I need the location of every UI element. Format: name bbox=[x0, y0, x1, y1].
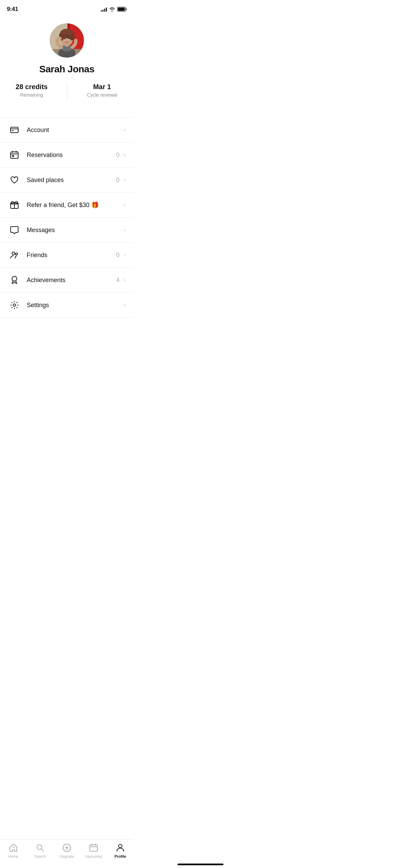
saved-places-label: Saved places bbox=[27, 177, 116, 184]
svg-point-20 bbox=[64, 38, 65, 39]
saved-places-chevron: › bbox=[124, 177, 125, 183]
menu-item-saved-places[interactable]: Saved places 0 › bbox=[0, 167, 134, 192]
account-label: Account bbox=[27, 126, 124, 134]
friends-icon bbox=[8, 249, 21, 261]
achievement-icon bbox=[8, 274, 21, 286]
signal-icon bbox=[101, 7, 107, 12]
svg-point-35 bbox=[12, 276, 17, 281]
credits-label: Remaining bbox=[20, 92, 43, 98]
stats-row: 28 credits Remaining Mar 1 Cycle renewal bbox=[0, 83, 134, 100]
calendar-icon bbox=[8, 149, 21, 161]
chat-icon bbox=[8, 224, 21, 236]
svg-rect-22 bbox=[11, 127, 18, 133]
status-bar: 9:41 bbox=[0, 0, 134, 16]
svg-rect-2 bbox=[126, 9, 127, 10]
achievements-chevron: › bbox=[124, 277, 125, 283]
achievements-label: Achievements bbox=[27, 277, 116, 284]
refer-chevron: › bbox=[124, 202, 125, 208]
menu-item-reservations[interactable]: Reservations 0 › bbox=[0, 142, 134, 167]
battery-icon bbox=[117, 7, 127, 12]
svg-point-34 bbox=[15, 253, 17, 255]
reservations-badge: 0 bbox=[116, 152, 120, 159]
messages-label: Messages bbox=[27, 227, 124, 234]
svg-point-33 bbox=[12, 252, 15, 255]
menu-item-achievements[interactable]: Achievements 4 › bbox=[0, 267, 134, 292]
saved-places-badge: 0 bbox=[116, 177, 120, 184]
settings-chevron: › bbox=[124, 302, 125, 308]
profile-header: Sarah Jonas 28 credits Remaining Mar 1 C… bbox=[0, 16, 134, 110]
friends-badge: 0 bbox=[116, 252, 120, 259]
user-name: Sarah Jonas bbox=[39, 64, 94, 75]
menu-item-account[interactable]: Account › bbox=[0, 117, 134, 142]
renewal-label: Cycle renewal bbox=[87, 92, 117, 98]
svg-point-17 bbox=[62, 29, 72, 34]
svg-point-36 bbox=[13, 304, 16, 306]
svg-rect-1 bbox=[118, 8, 125, 11]
friends-label: Friends bbox=[27, 252, 116, 259]
status-time: 9:41 bbox=[7, 6, 18, 13]
reservations-chevron: › bbox=[124, 152, 125, 158]
settings-label: Settings bbox=[27, 302, 124, 309]
achievements-badge: 4 bbox=[116, 277, 120, 284]
friends-chevron: › bbox=[124, 252, 125, 258]
menu-item-messages[interactable]: Messages › bbox=[0, 217, 134, 242]
wifi-icon bbox=[109, 7, 115, 12]
credits-stat: 28 credits Remaining bbox=[0, 83, 63, 98]
refer-label: Refer a friend, Get $30 🎁 bbox=[27, 201, 124, 209]
account-chevron: › bbox=[124, 127, 125, 133]
reservations-label: Reservations bbox=[27, 152, 116, 159]
heart-icon bbox=[8, 174, 21, 186]
svg-rect-25 bbox=[11, 152, 18, 158]
settings-icon bbox=[8, 299, 21, 311]
stat-divider bbox=[67, 83, 67, 100]
menu-item-settings[interactable]: Settings › bbox=[0, 292, 134, 318]
credits-value: 28 credits bbox=[16, 83, 48, 91]
menu-item-refer[interactable]: Refer a friend, Get $30 🎁 › bbox=[0, 192, 134, 217]
avatar bbox=[50, 23, 84, 58]
renewal-value: Mar 1 bbox=[93, 83, 111, 91]
menu-list: Account › Reservations 0 › Saved places … bbox=[0, 117, 134, 318]
messages-chevron: › bbox=[124, 227, 125, 233]
gift-icon bbox=[8, 199, 21, 211]
menu-item-friends[interactable]: Friends 0 › bbox=[0, 242, 134, 267]
svg-point-21 bbox=[69, 38, 70, 39]
renewal-stat: Mar 1 Cycle renewal bbox=[71, 83, 134, 98]
status-icons bbox=[101, 7, 127, 12]
svg-rect-29 bbox=[12, 155, 14, 157]
card-icon bbox=[8, 124, 21, 136]
